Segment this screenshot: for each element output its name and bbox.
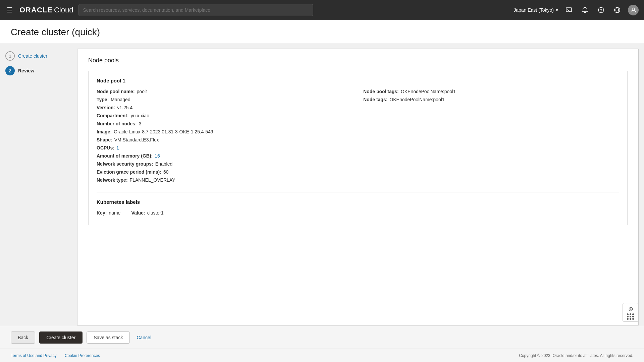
page-header: Create cluster (quick) [0,20,644,43]
node-tags-label: Node tags: [363,97,387,102]
k8s-key-value: name [109,210,120,216]
ocpus-value: 1 [116,145,119,150]
shape-label: Shape: [97,137,112,142]
node-pool-right-details: Node pool tags: OKEnodePoolName:pool1 No… [363,89,619,185]
kv-row: Key: name Value: cluster1 [97,210,619,218]
user-avatar[interactable] [628,5,639,15]
name-value: pool1 [137,89,148,94]
kv-value: Value: cluster1 [131,210,163,216]
terms-link[interactable]: Terms of Use and Privacy [11,353,57,358]
region-label: Japan East (Tokyo) [514,7,554,13]
detail-nsg: Network security groups: Enabled [97,161,353,167]
sidebar-item-review: Review [18,68,34,73]
page-title: Create cluster (quick) [11,27,633,38]
region-selector[interactable]: Japan East (Tokyo) ▾ [514,7,558,13]
oracle-logo-cloud: Cloud [54,6,73,14]
help-widget[interactable]: ⊕ [623,303,639,322]
top-navigation: ☰ ORACLE Cloud Japan East (Tokyo) ▾ ? [0,0,644,20]
type-value: Managed [111,97,130,102]
network-type-label: Network type: [97,177,128,183]
image-value: Oracle-Linux-8.7-2023.01.31-3-OKE-1.25.4… [114,129,213,134]
help-dots-grid [627,313,634,320]
section-title-node-pools: Node pools [88,57,628,64]
nsg-value: Enabled [155,161,172,167]
detail-shape: Shape: VM.Standard.E3.Flex [97,137,353,142]
sidebar-item-create-cluster[interactable]: Create cluster [18,53,47,59]
k8s-value-value: cluster1 [147,210,164,216]
content-wrapper: Node pools Node pool 1 Node pool name: p… [77,43,644,326]
notification-bell-icon[interactable] [580,5,590,15]
bottom-action-bar: Back Create cluster Save as stack Cancel [0,326,644,349]
svg-point-7 [632,8,635,10]
node-pool-details-grid: Node pool name: pool1 Type: Managed Vers… [97,89,619,185]
save-as-stack-button[interactable]: Save as stack [87,331,130,344]
back-button[interactable]: Back [11,331,35,344]
region-chevron-icon: ▾ [556,7,558,13]
node-tags-value: OKEnodePoolName:pool1 [389,97,444,102]
language-globe-icon[interactable] [612,5,623,15]
oracle-logo-text: ORACLE [19,6,53,14]
detail-memory: Amount of memory (GB): 16 [97,153,353,159]
kv-key: Key: name [97,210,120,216]
cookie-link[interactable]: Cookie Preferences [65,353,100,358]
help-question-icon[interactable]: ? [596,5,606,15]
compartment-value: yu.x.xiao [131,113,149,118]
help-lifebuoy-icon: ⊕ [628,305,633,313]
sidebar: 1 Create cluster 2 Review [0,43,77,326]
content-panel: Node pools Node pool 1 Node pool name: p… [77,49,639,326]
node-pool-left-details: Node pool name: pool1 Type: Managed Vers… [97,89,353,185]
step-1-circle: 1 [5,51,15,61]
network-type-value: FLANNEL_OVERLAY [130,177,175,183]
main-content: 1 Create cluster 2 Review Node pools Nod… [0,43,644,326]
version-value: v1.25.4 [117,105,132,110]
detail-compartment: Compartment: yu.x.xiao [97,113,353,118]
svg-rect-0 [566,8,572,12]
eviction-value: 60 [163,169,169,175]
ocpus-label: OCPUs: [97,145,114,150]
memory-value: 16 [155,153,160,159]
page-footer: Terms of Use and Privacy Cookie Preferen… [0,349,644,362]
step-2: 2 Review [5,66,72,75]
node-pool-tags-label: Node pool tags: [363,89,399,94]
create-cluster-button[interactable]: Create cluster [39,331,83,344]
shape-value: VM.Standard.E3.Flex [114,137,159,142]
section-divider [97,192,619,192]
cancel-button[interactable]: Cancel [134,335,154,340]
copyright-text: Copyright © 2023, Oracle and/or its affi… [519,353,633,358]
eviction-label: Eviction grace period (mins): [97,169,161,175]
step-1: 1 Create cluster [5,51,72,61]
node-pool-title: Node pool 1 [97,78,619,83]
memory-label: Amount of memory (GB): [97,153,153,159]
detail-eviction: Eviction grace period (mins): 60 [97,169,353,175]
detail-type: Type: Managed [97,97,353,102]
k8s-key-label: Key: [97,210,107,216]
detail-ocpus: OCPUs: 1 [97,145,353,150]
hamburger-menu[interactable]: ☰ [5,5,14,15]
k8s-labels-title: Kubernetes labels [97,199,619,205]
image-label: Image: [97,129,112,134]
node-pool-tags-value: OKEnodePoolName:pool1 [401,89,456,94]
compartment-label: Compartment: [97,113,129,118]
oracle-logo: ORACLE Cloud [19,6,73,14]
code-editor-icon[interactable] [564,5,574,15]
type-label: Type: [97,97,109,102]
version-label: Version: [97,105,115,110]
detail-node-tags: Node tags: OKEnodePoolName:pool1 [363,97,619,102]
nsg-label: Network security groups: [97,161,153,167]
nav-right-section: Japan East (Tokyo) ▾ ? [514,5,639,15]
svg-text:?: ? [600,8,602,13]
detail-version: Version: v1.25.4 [97,105,353,110]
search-input[interactable] [78,4,313,16]
footer-links: Terms of Use and Privacy Cookie Preferen… [11,353,100,358]
detail-name: Node pool name: pool1 [97,89,353,94]
k8s-value-label: Value: [131,210,145,216]
detail-image: Image: Oracle-Linux-8.7-2023.01.31-3-OKE… [97,129,353,134]
detail-network-type: Network type: FLANNEL_OVERLAY [97,177,353,183]
name-label: Node pool name: [97,89,135,94]
detail-num-nodes: Number of nodes: 3 [97,121,353,126]
node-pool-section: Node pool 1 Node pool name: pool1 Type: … [88,71,628,225]
step-2-circle: 2 [5,66,15,75]
num-nodes-value: 3 [139,121,142,126]
num-nodes-label: Number of nodes: [97,121,137,126]
detail-node-pool-tags: Node pool tags: OKEnodePoolName:pool1 [363,89,619,94]
